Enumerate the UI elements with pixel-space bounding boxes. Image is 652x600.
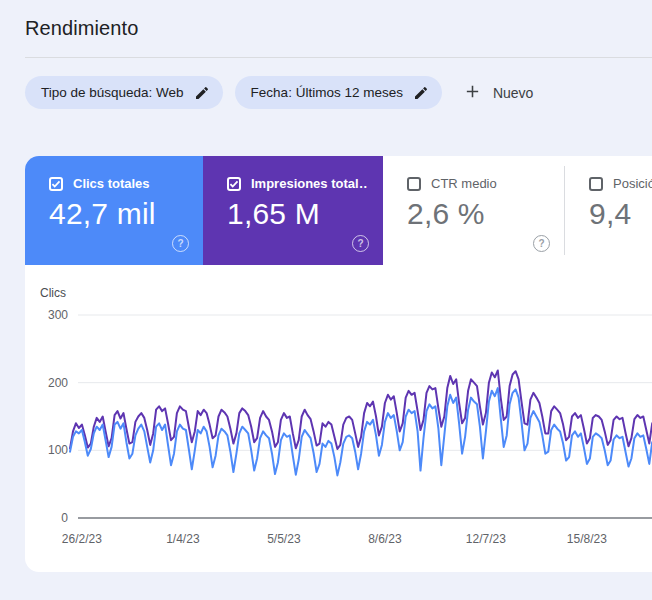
x-tick-label: 26/2/23	[62, 532, 102, 546]
pencil-edit-icon[interactable]	[413, 85, 429, 101]
metric-label: Clics totales	[73, 176, 150, 191]
checkbox-unchecked-icon[interactable]	[407, 177, 421, 191]
metric-value: 42,7 mil	[49, 197, 156, 231]
metric-value: 9,4	[589, 197, 631, 231]
x-tick-label: 1/4/23	[166, 532, 200, 546]
plus-icon	[464, 83, 481, 103]
filter-chip-date-range[interactable]: Fecha: Últimos 12 meses	[235, 76, 442, 109]
metric-cards-row: Clics totales 42,7 mil ? Impresiones tot…	[25, 156, 652, 265]
chart-area: Clics300200100026/2/231/4/235/5/238/6/23…	[25, 265, 652, 572]
chart-axis-title: Clics	[40, 286, 66, 300]
new-filter-button[interactable]: Nuevo	[464, 83, 533, 103]
x-tick-label: 8/6/23	[368, 532, 402, 546]
checkbox-unchecked-icon[interactable]	[589, 177, 603, 191]
y-tick-label: 300	[48, 308, 68, 322]
performance-chart[interactable]: Clics300200100026/2/231/4/235/5/238/6/23…	[25, 265, 652, 572]
x-tick-label: 12/7/23	[466, 532, 506, 546]
y-tick-label: 0	[61, 511, 68, 525]
checkbox-checked-icon[interactable]	[227, 177, 241, 191]
performance-panel: Clics totales 42,7 mil ? Impresiones tot…	[25, 156, 652, 572]
filter-chip-search-type[interactable]: Tipo de búsqueda: Web	[25, 76, 223, 109]
metric-label: CTR medio	[431, 176, 497, 191]
metric-label: Impresiones total…	[251, 176, 367, 191]
header-divider	[25, 57, 652, 58]
new-filter-label: Nuevo	[493, 85, 533, 101]
metric-card-average-ctr[interactable]: CTR medio 2,6 % ?	[383, 156, 564, 265]
help-circle-icon[interactable]: ?	[533, 235, 550, 252]
pencil-edit-icon[interactable]	[194, 85, 210, 101]
filters-row: Tipo de búsqueda: Web Fecha: Últimos 12 …	[25, 76, 533, 109]
checkbox-checked-icon[interactable]	[49, 177, 63, 191]
filter-chip-label: Fecha: Últimos 12 meses	[251, 85, 403, 100]
filter-chip-label: Tipo de búsqueda: Web	[41, 85, 184, 100]
metric-value: 1,65 M	[227, 197, 320, 231]
help-circle-icon[interactable]: ?	[352, 235, 369, 252]
performance-page: { "page": { "title": "Rendimiento" }, "f…	[0, 0, 652, 600]
metric-card-average-position[interactable]: Posición 9,4 ?	[565, 156, 652, 265]
metric-card-total-impressions[interactable]: Impresiones total… 1,65 M ?	[203, 156, 383, 265]
metric-value: 2,6 %	[407, 197, 485, 231]
y-tick-label: 100	[48, 443, 68, 457]
help-circle-icon[interactable]: ?	[172, 235, 189, 252]
page-title: Rendimiento	[25, 17, 138, 40]
x-tick-label: 5/5/23	[267, 532, 301, 546]
metric-label: Posición	[613, 176, 652, 191]
metric-card-total-clicks[interactable]: Clics totales 42,7 mil ?	[25, 156, 203, 265]
x-tick-label: 15/8/23	[567, 532, 607, 546]
y-tick-label: 200	[48, 376, 68, 390]
